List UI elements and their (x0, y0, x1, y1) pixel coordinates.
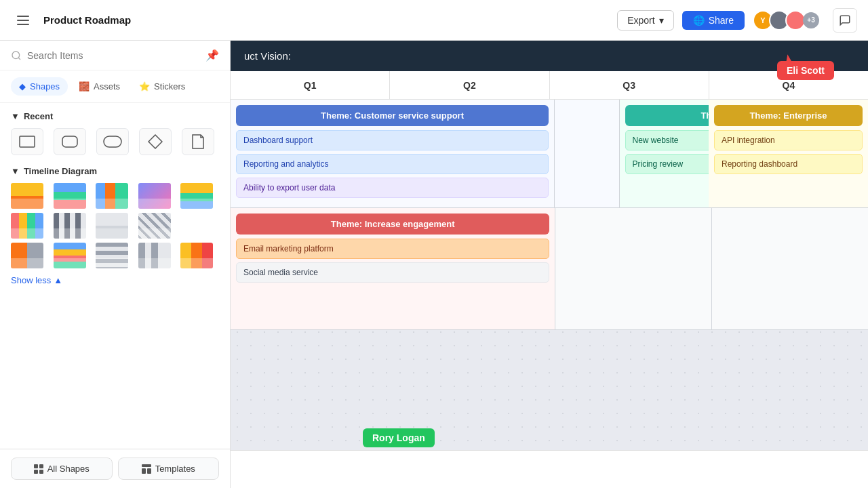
menu-icon[interactable] (11, 8, 35, 33)
search-bar: 📌 (0, 41, 230, 70)
vision-bar: uct Vision: (231, 41, 868, 71)
tab-shapes[interactable]: ◆ Shapes (11, 77, 68, 96)
svg-rect-12 (142, 464, 151, 467)
user-cursor-rory: Rory Logan (363, 428, 435, 447)
timeline-section-header[interactable]: ▼ Timeline Diagram (11, 166, 219, 176)
timeline-shape[interactable] (54, 183, 86, 209)
svg-rect-11 (39, 470, 43, 474)
timeline-shape[interactable] (54, 213, 86, 239)
recent-section-header[interactable]: ▼ Recent (11, 111, 219, 121)
svg-rect-1 (17, 20, 29, 21)
collaborators-list: Y +3 (753, 10, 819, 30)
avatar-overflow-badge: +3 (803, 12, 819, 28)
svg-rect-4 (20, 136, 35, 147)
svg-point-3 (12, 52, 20, 59)
share-button[interactable]: 🌐 Share (682, 11, 745, 30)
svg-rect-5 (62, 136, 77, 147)
timeline-shape[interactable] (11, 213, 43, 239)
tabs-bar: ◆ Shapes 🧱 Assets ⭐ Stickers (0, 70, 230, 103)
item-card[interactable]: Dashboard support (236, 130, 549, 150)
svg-rect-6 (104, 136, 121, 147)
theme-banner-customer-service: Theme: Customer service support (236, 105, 549, 126)
assets-icon: 🧱 (79, 81, 90, 92)
collapse-icon: ▼ (11, 111, 20, 121)
show-less-button[interactable]: Show less ▲ (11, 275, 219, 285)
svg-rect-14 (147, 468, 151, 474)
templates-icon (142, 464, 151, 474)
chevron-down-icon: ▾ (659, 15, 664, 26)
stickers-icon: ⭐ (139, 81, 150, 92)
svg-marker-7 (149, 135, 162, 148)
globe-icon: 🌐 (693, 15, 705, 26)
bottom-buttons: All Shapes Templates (0, 449, 230, 488)
svg-rect-10 (34, 470, 38, 474)
quarter-headers: Q1 Q2 Q3 Q4 (231, 71, 868, 100)
shape-diamond[interactable] (139, 128, 172, 155)
item-card[interactable]: Email marketing platform (236, 239, 549, 259)
svg-rect-0 (17, 16, 29, 17)
svg-rect-2 (17, 24, 29, 25)
item-card[interactable]: Reporting dashboard (714, 154, 863, 174)
shape-stadium[interactable] (96, 128, 129, 155)
item-card[interactable]: Ability to export user data (236, 178, 549, 198)
timeline-shape[interactable] (138, 243, 171, 268)
quarter-q1: Q1 (231, 71, 390, 99)
recent-shapes-grid (11, 128, 219, 155)
shape-rounded-rect[interactable] (54, 128, 86, 155)
chevron-up-icon: ▲ (54, 275, 62, 285)
theme-banner-enterprise: Theme: Enterprise (714, 105, 863, 126)
templates-button[interactable]: Templates (118, 458, 220, 480)
timeline-shape[interactable] (180, 213, 213, 239)
all-shapes-button[interactable]: All Shapes (11, 458, 113, 480)
timeline-shape[interactable] (54, 243, 86, 268)
tab-stickers[interactable]: ⭐ Stickers (131, 77, 193, 96)
svg-rect-9 (39, 464, 43, 468)
user-cursor-tooltip: Eli Scott (777, 61, 834, 80)
timeline-shape[interactable] (180, 183, 213, 209)
panel-content: ▼ Recent (0, 103, 230, 449)
comment-button[interactable] (833, 8, 857, 33)
page-title: Product Roadmap (43, 14, 131, 26)
left-panel: 📌 ◆ Shapes 🧱 Assets ⭐ Stickers ▼ Recent (0, 41, 231, 488)
timeline-shape[interactable] (96, 213, 128, 239)
shape-rectangle[interactable] (11, 128, 43, 155)
shape-note[interactable] (182, 128, 214, 155)
timeline-shape[interactable] (11, 243, 43, 268)
timeline-shape[interactable] (138, 213, 171, 239)
collapse-icon: ▼ (11, 166, 20, 176)
item-card[interactable]: API integration (714, 130, 863, 150)
export-button[interactable]: Export ▾ (617, 10, 673, 30)
search-input[interactable] (27, 50, 200, 61)
export-label: Export (627, 15, 654, 26)
grid-icon (34, 464, 43, 474)
timeline-shape[interactable] (96, 183, 128, 209)
item-card[interactable]: Reporting and analytics (236, 154, 549, 174)
roadmap-diagram: uct Vision: Q1 Q2 Q3 Q4 Theme: Customer … (231, 41, 868, 488)
timeline-shape[interactable] (96, 243, 128, 268)
svg-rect-8 (34, 464, 38, 468)
timeline-shape[interactable] (138, 183, 171, 209)
theme-banner-engagement: Theme: Increase engagement (236, 214, 549, 235)
canvas[interactable]: Eli Scott uct Vision: Q1 Q2 Q3 Q4 (231, 41, 868, 488)
tab-assets[interactable]: 🧱 Assets (71, 77, 128, 96)
header: Product Roadmap Export ▾ 🌐 Share Y +3 (0, 0, 868, 41)
timeline-shape[interactable] (180, 243, 213, 268)
quarter-q2: Q2 (390, 71, 549, 99)
item-card[interactable]: Social media service (236, 262, 549, 283)
shapes-icon: ◆ (19, 81, 26, 92)
main-layout: 📌 ◆ Shapes 🧱 Assets ⭐ Stickers ▼ Recent (0, 41, 868, 488)
svg-rect-13 (142, 468, 146, 474)
content-area: Theme: Customer service support Dashboar… (231, 100, 868, 488)
share-label: Share (709, 15, 734, 26)
pin-icon[interactable]: 📌 (205, 49, 219, 62)
timeline-shapes-grid (11, 183, 219, 268)
search-icon (11, 50, 22, 61)
quarter-q3: Q3 (550, 71, 709, 99)
timeline-shape[interactable] (11, 183, 43, 209)
